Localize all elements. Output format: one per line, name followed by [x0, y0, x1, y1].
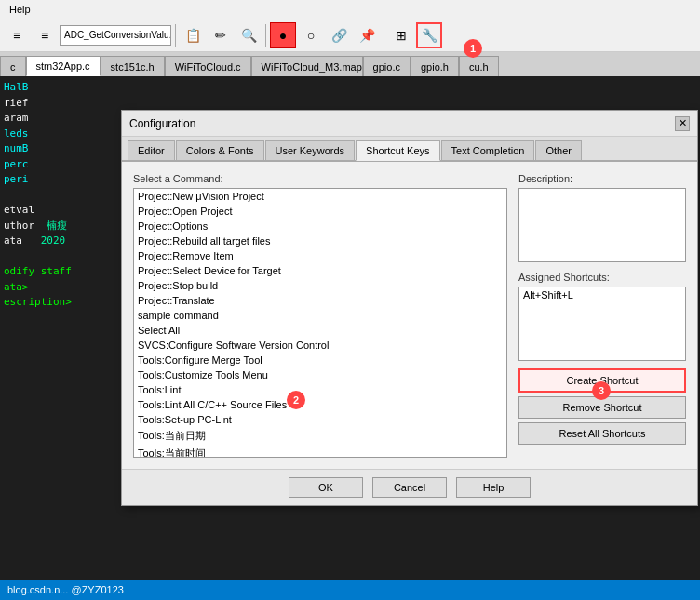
list-item[interactable]: SVCS:Configure Software Version Control: [134, 338, 506, 353]
configuration-dialog: Configuration ✕ Editor Colors & Fonts Us…: [121, 110, 698, 506]
toolbar-btn-edit[interactable]: ✏: [208, 22, 234, 48]
help-button[interactable]: Help: [456, 477, 531, 498]
code-line-10: uthor 楠瘦: [4, 219, 127, 234]
description-label: Description:: [518, 173, 686, 184]
dialog-footer: OK Cancel Help: [122, 469, 697, 505]
tab-gpio-c[interactable]: gpio.c: [363, 56, 411, 76]
tab-stm32[interactable]: stm32App.c: [26, 56, 101, 76]
tab-shortcut-keys[interactable]: Shortcut Keys: [356, 140, 439, 161]
list-item[interactable]: Project:Select Device for Target: [134, 263, 506, 278]
sep1: [175, 24, 176, 47]
tab-user-keywords[interactable]: User Keywords: [265, 140, 356, 160]
list-item[interactable]: Tools:Configure Merge Tool: [134, 353, 506, 367]
code-line-14: ata>: [4, 280, 127, 296]
right-panel: Description: Assigned Shortcuts: Alt+Shi…: [518, 173, 686, 458]
assigned-value: Alt+Shift+L: [523, 289, 573, 300]
code-line-5: numB: [4, 141, 127, 157]
dialog-title: Configuration: [129, 117, 195, 130]
toolbar-btn-wrench[interactable]: 🔧: [416, 22, 442, 48]
list-item[interactable]: Tools:Lint: [134, 382, 506, 397]
list-item[interactable]: Tools:Set-up PC-Lint: [134, 412, 506, 427]
code-line-1: HalB: [4, 80, 127, 96]
toolbar-btn-search[interactable]: 🔍: [236, 22, 262, 48]
menu-bar: Help: [0, 0, 700, 19]
code-line-11: ata 2020: [4, 233, 127, 249]
code-line-6: perc: [4, 157, 127, 173]
status-bar: blog.csdn.n... @ZYZ0123: [0, 580, 700, 600]
list-item[interactable]: Project:Open Project: [134, 204, 506, 219]
sep2: [265, 24, 266, 47]
toolbar-btn-1[interactable]: ≡: [4, 22, 30, 48]
combo-box[interactable]: ADC_GetConversionValu...: [60, 25, 171, 46]
left-panel: Select a Command: Project:New μVision Pr…: [133, 173, 507, 458]
tabs-row: c stm32App.c stc151c.h WiFiToCloud.c WiF…: [0, 52, 700, 76]
toolbar-btn-2[interactable]: ≡: [32, 22, 58, 48]
tab-colors[interactable]: Colors & Fonts: [176, 140, 264, 160]
code-line-4: leds: [4, 127, 127, 142]
shortcut-buttons: Create Shortcut Remove Shortcut Reset Al…: [518, 368, 686, 445]
command-list[interactable]: Project:New μVision Project Project:Open…: [133, 188, 507, 458]
list-item[interactable]: Project:Stop build: [134, 278, 506, 293]
list-item[interactable]: Project:Translate: [134, 293, 506, 308]
toolbar-btn-grid[interactable]: ⊞: [388, 22, 414, 48]
toolbar-btn-link[interactable]: 🔗: [326, 22, 352, 48]
list-item[interactable]: Tools:Customize Tools Menu: [134, 367, 506, 382]
code-line-2: rief: [4, 96, 127, 112]
code-line-15: escription>: [4, 295, 127, 311]
list-item[interactable]: Project:Options: [134, 219, 506, 233]
annotation-2: 2: [287, 391, 305, 409]
dialog-close-button[interactable]: ✕: [675, 116, 690, 131]
editor-content: HalB rief aram leds numB perc peri etval…: [0, 76, 130, 314]
code-line-12: [4, 249, 127, 265]
toolbar: ≡ ≡ ADC_GetConversionValu... 📋 ✏ 🔍 ● ○ 🔗…: [0, 19, 700, 52]
ok-button[interactable]: OK: [289, 477, 363, 498]
description-box: [518, 188, 686, 262]
tab-text-completion[interactable]: Text Completion: [441, 140, 535, 160]
tab-wifi[interactable]: WiFiToCloud.c: [165, 56, 251, 76]
menu-help[interactable]: Help: [4, 4, 36, 15]
tab-cu[interactable]: cu.h: [459, 56, 499, 76]
list-item[interactable]: Project:Rebuild all target files: [134, 233, 506, 248]
code-line-7: peri: [4, 172, 127, 188]
list-item[interactable]: sample command: [134, 308, 506, 323]
dialog-titlebar[interactable]: Configuration ✕: [122, 111, 697, 137]
tab-gpio-h[interactable]: gpio.h: [411, 56, 459, 76]
code-line-3: aram: [4, 111, 127, 127]
code-line-13: odify staff: [4, 264, 127, 280]
list-item[interactable]: Tools:Lint All C/C++ Source Files: [134, 397, 506, 412]
tab-stc[interactable]: stc151c.h: [101, 56, 165, 76]
code-line-8: [4, 188, 127, 204]
toolbar-btn-stop[interactable]: ○: [298, 22, 324, 48]
list-item[interactable]: Select All: [134, 323, 506, 338]
list-item[interactable]: Project:New μVision Project: [134, 189, 506, 204]
command-label: Select a Command:: [133, 173, 507, 184]
sep3: [384, 24, 384, 47]
status-text: blog.csdn.n... @ZYZ0123: [7, 584, 124, 595]
list-item[interactable]: Tools:当前日期: [134, 427, 506, 445]
annotation-3: 3: [592, 381, 611, 400]
tab-editor[interactable]: Editor: [128, 140, 175, 160]
toolbar-btn-pin[interactable]: 📌: [354, 22, 380, 48]
reset-all-shortcuts-button[interactable]: Reset All Shortcuts: [518, 422, 686, 445]
list-item[interactable]: Tools:当前时间: [134, 445, 506, 458]
editor-area: HalB rief aram leds numB perc peri etval…: [0, 76, 130, 572]
list-item[interactable]: Project:Remove Item: [134, 248, 506, 263]
annotation-1: 1: [464, 39, 482, 58]
dialog-tab-strip: Editor Colors & Fonts User Keywords Shor…: [122, 137, 697, 162]
assigned-label: Assigned Shortcuts:: [518, 272, 686, 283]
toolbar-btn-copy[interactable]: 📋: [180, 22, 206, 48]
assigned-box: Alt+Shift+L: [518, 287, 686, 361]
tab-other[interactable]: Other: [535, 140, 582, 160]
code-line-9: etval: [4, 203, 127, 219]
toolbar-btn-record[interactable]: ●: [270, 22, 296, 48]
cancel-button[interactable]: Cancel: [372, 477, 447, 498]
tab-c[interactable]: c: [0, 56, 26, 76]
ide-background: Help ≡ ≡ ADC_GetConversionValu... 📋 ✏ 🔍 …: [0, 0, 700, 600]
tab-wifi-map[interactable]: WiFiToCloud_M3.map: [251, 56, 363, 76]
dialog-body: Select a Command: Project:New μVision Pr…: [122, 162, 697, 469]
